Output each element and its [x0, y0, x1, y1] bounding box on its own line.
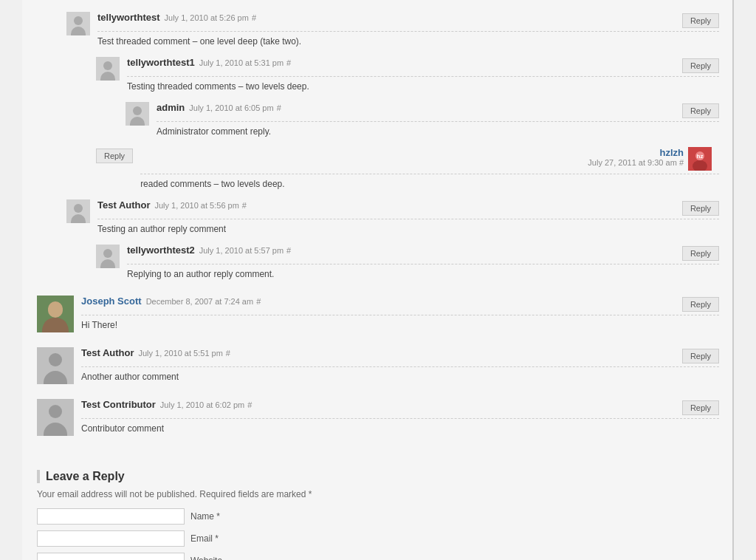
svg-text:hz: hz — [697, 153, 704, 160]
comment-hash[interactable]: # — [277, 103, 281, 112]
comment-text: Testing threaded comments – two levels d… — [127, 80, 719, 93]
comment-text: Test threaded comment – one level deep (… — [97, 35, 719, 48]
comment-hash[interactable]: # — [252, 13, 256, 22]
required-note: Your email address will not be published… — [37, 489, 719, 499]
comment-hzlzh: Reply hzlzh July 27, 2011 at 9:30 am # — [96, 143, 719, 195]
leave-reply-section: Leave a Reply Your email address will no… — [37, 462, 719, 560]
comment-admin: admin July 1, 2010 at 6:05 pm # Reply Ad… — [126, 98, 719, 143]
website-field-row: Website — [37, 553, 719, 560]
comment-hash[interactable]: # — [226, 349, 230, 358]
reply-button[interactable]: Reply — [682, 13, 719, 28]
comment-author: tellyworthtest1 — [127, 57, 195, 68]
comment-text: Hi There! — [81, 318, 719, 332]
comment-joseph-scott: Joseph Scott December 8, 2007 at 7:24 am… — [37, 291, 719, 337]
hzlzh-date: July 27, 2011 at 9:30 am — [588, 158, 676, 167]
avatar-tellyworthtest — [66, 12, 90, 35]
avatar-tellyworthtest2 — [96, 245, 120, 268]
avatar-test-author-reply — [66, 199, 90, 223]
name-label: Name * — [190, 511, 220, 522]
comment-author[interactable]: Joseph Scott — [81, 296, 142, 307]
reply-button[interactable]: Reply — [682, 103, 719, 118]
comment-hash[interactable]: # — [242, 201, 247, 210]
comment-text: Contributor comment — [81, 422, 719, 435]
avatar-test-contributor — [37, 399, 74, 436]
svg-rect-4 — [37, 296, 74, 332]
svg-point-5 — [48, 301, 63, 316]
comment-date: July 1, 2010 at 5:57 pm — [199, 246, 284, 255]
reply-button-hzlzh[interactable]: Reply — [96, 148, 133, 163]
avatar-test-author — [37, 347, 74, 384]
comment-date: July 1, 2010 at 6:02 pm — [160, 400, 244, 409]
comment-test-author-reply: Test Author July 1, 2010 at 5:56 pm # Re… — [66, 195, 719, 240]
comment-tellyworthtest: tellyworthtest July 1, 2010 at 5:26 pm #… — [66, 7, 719, 52]
leave-reply-title: Leave a Reply — [37, 470, 719, 483]
comment-text: Replying to an author reply comment. — [127, 267, 719, 281]
comment-date: July 1, 2010 at 5:51 pm — [139, 349, 223, 358]
comment-author: admin — [157, 102, 185, 113]
comment-hash[interactable]: # — [286, 58, 291, 67]
comment-author: tellyworthtest2 — [127, 245, 195, 256]
comment-hash[interactable]: # — [247, 400, 252, 409]
comment-date: December 8, 2007 at 7:24 am — [146, 297, 254, 306]
comment-test-author: Test Author July 1, 2010 at 5:51 pm # Re… — [37, 343, 719, 389]
comment-body: Test Author July 1, 2010 at 5:56 pm # Re… — [97, 199, 719, 236]
comment-body: tellyworthtest2 July 1, 2010 at 5:57 pm … — [127, 245, 719, 281]
name-field-row: Name * — [37, 508, 719, 525]
comment-text: Another author comment — [81, 370, 719, 383]
comment-tellyworthtest1: tellyworthtest1 July 1, 2010 at 5:31 pm … — [96, 52, 719, 98]
comment-date: July 1, 2010 at 5:31 pm — [199, 58, 284, 67]
comment-body: tellyworthtest July 1, 2010 at 5:26 pm #… — [97, 12, 719, 48]
comment-body: Test Author July 1, 2010 at 5:51 pm # Re… — [81, 347, 719, 383]
comment-hash[interactable]: # — [286, 246, 291, 255]
reply-button[interactable]: Reply — [682, 349, 719, 363]
comment-body: admin July 1, 2010 at 6:05 pm # Reply Ad… — [157, 102, 719, 138]
reply-button[interactable]: Reply — [682, 297, 719, 312]
avatar-hzlzh: hz — [688, 147, 712, 171]
comment-test-contributor: Test Contributor July 1, 2010 at 6:02 pm… — [37, 395, 719, 440]
avatar-joseph-scott — [37, 296, 74, 332]
comment-tellyworthtest2: tellyworthtest2 July 1, 2010 at 5:57 pm … — [96, 240, 719, 285]
comment-text: Testing an author reply comment — [97, 222, 719, 236]
comment-date: July 1, 2010 at 6:05 pm — [189, 103, 273, 112]
email-label: Email * — [190, 533, 219, 544]
hzlzh-hash[interactable]: # — [679, 158, 684, 167]
comment-author: Test Contributor — [81, 399, 156, 410]
hzlzh-author: hzlzh — [588, 147, 684, 158]
website-input[interactable] — [37, 553, 185, 560]
comment-body: Joseph Scott December 8, 2007 at 7:24 am… — [81, 296, 719, 332]
comment-date: July 1, 2010 at 5:56 pm — [155, 201, 239, 210]
email-field-row: Email * — [37, 530, 719, 547]
svg-point-6 — [44, 318, 67, 332]
svg-point-8 — [56, 306, 59, 309]
comment-text: Administrator comment reply. — [157, 125, 719, 138]
avatar-tellyworthtest1 — [96, 57, 120, 81]
reply-button[interactable]: Reply — [682, 400, 719, 415]
comment-author: tellyworthtest — [97, 12, 160, 23]
comment-date: July 1, 2010 at 5:26 pm — [165, 13, 249, 22]
website-label: Website — [190, 556, 222, 560]
hzlzh-text: readed comments – two levels deep. — [140, 177, 719, 191]
reply-button[interactable]: Reply — [682, 201, 719, 216]
name-input[interactable] — [37, 508, 185, 525]
comment-body: tellyworthtest1 July 1, 2010 at 5:31 pm … — [127, 57, 719, 93]
reply-button[interactable]: Reply — [682, 58, 719, 73]
comment-author: Test Author — [81, 347, 134, 358]
reply-button[interactable]: Reply — [682, 246, 719, 261]
comment-body: Test Contributor July 1, 2010 at 6:02 pm… — [81, 399, 719, 435]
svg-point-7 — [52, 306, 55, 309]
email-input[interactable] — [37, 530, 185, 547]
comment-hash[interactable]: # — [256, 297, 261, 306]
hzlzh-body: hzlzh July 27, 2011 at 9:30 am # — [140, 147, 719, 191]
comment-author: Test Author — [97, 199, 151, 211]
avatar-admin — [126, 102, 149, 126]
